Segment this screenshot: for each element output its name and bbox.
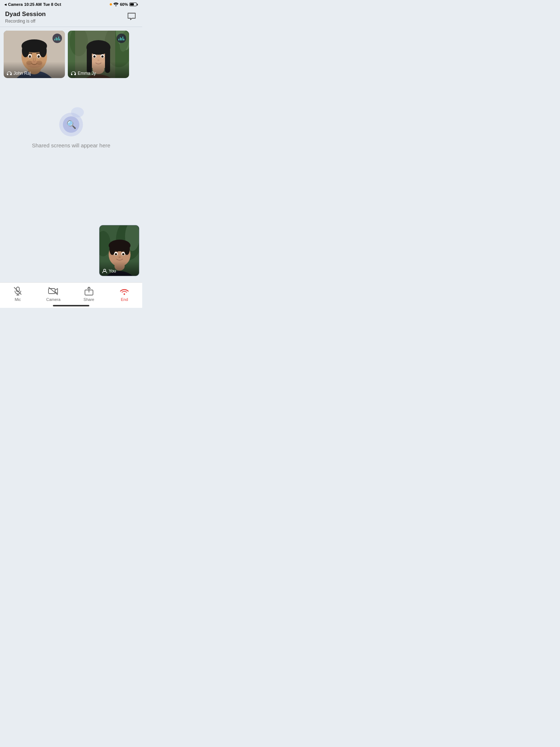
- svg-point-44: [115, 253, 117, 255]
- svg-point-47: [104, 269, 106, 271]
- mic-icon: [13, 286, 23, 296]
- status-left: ◂ Camera 10:25 AM Tue 8 Oct: [4, 2, 61, 7]
- john-audio-bars: [54, 36, 60, 40]
- screen-share-text: Shared screens will appear here: [32, 142, 110, 148]
- header: Dyad Session Recording is off: [0, 8, 142, 27]
- mic-button[interactable]: Mic: [5, 286, 31, 302]
- john-label: John Raj: [6, 71, 31, 76]
- status-date: Tue 8 Oct: [43, 2, 61, 7]
- participant-john[interactable]: John Raj: [4, 31, 65, 78]
- screen-share-placeholder: 🔍 Shared screens will appear here: [0, 78, 142, 148]
- chat-icon: [127, 12, 136, 20]
- svg-point-10: [29, 55, 31, 58]
- screen-icon-bg: 🔍: [59, 113, 83, 136]
- svg-point-6: [22, 44, 29, 57]
- svg-point-29: [93, 55, 96, 58]
- svg-rect-52: [48, 289, 55, 294]
- svg-point-31: [97, 59, 100, 61]
- john-name: John Raj: [13, 71, 31, 76]
- participant-emma[interactable]: Emma Jy: [68, 31, 129, 78]
- end-icon: [119, 286, 129, 296]
- status-right: 60%: [110, 2, 138, 7]
- self-name-label: You: [109, 268, 116, 274]
- main-content: John Raj: [0, 27, 142, 280]
- toolbar: Mic Camera Share: [0, 282, 142, 308]
- svg-point-0: [115, 5, 116, 7]
- header-info: Dyad Session Recording is off: [5, 10, 46, 24]
- share-icon: [84, 286, 94, 296]
- share-icon-svg: [84, 286, 94, 296]
- self-view[interactable]: You: [99, 225, 139, 276]
- svg-point-11: [38, 55, 40, 58]
- camera-icon-svg: [48, 287, 58, 295]
- headphone-icon-emma: [70, 71, 76, 76]
- end-label: End: [121, 297, 128, 302]
- back-arrow: ◂: [4, 2, 7, 7]
- svg-point-7: [39, 44, 47, 57]
- emma-name: Emma Jy: [78, 71, 96, 76]
- recording-status: Recording is off: [5, 19, 46, 24]
- session-title: Dyad Session: [5, 10, 46, 18]
- person-icon: [102, 268, 107, 274]
- self-label: You: [102, 268, 116, 274]
- screen-icon-inner: 🔍: [63, 116, 79, 133]
- svg-point-45: [122, 253, 124, 255]
- smiley-search-icon: 🔍: [66, 120, 76, 129]
- mic-label: Mic: [15, 297, 21, 302]
- end-icon-svg: [119, 287, 129, 295]
- svg-point-46: [118, 256, 121, 258]
- camera-button[interactable]: Camera: [40, 286, 66, 302]
- screen-share-icon: 🔍: [57, 107, 86, 136]
- status-time: 10:25 AM: [24, 2, 42, 7]
- svg-point-30: [101, 55, 104, 58]
- battery-icon: [129, 3, 138, 6]
- wifi-icon: [113, 3, 118, 6]
- chat-button[interactable]: [126, 11, 137, 22]
- recording-dot: [110, 3, 112, 5]
- svg-point-55: [124, 293, 125, 295]
- john-audio-indicator: [52, 34, 62, 43]
- emma-label: Emma Jy: [70, 71, 96, 76]
- share-label: Share: [83, 297, 94, 302]
- mic-icon-svg: [13, 286, 23, 296]
- headphone-icon-john: [6, 71, 12, 76]
- participants-row: John Raj: [0, 27, 142, 78]
- battery-percentage: 60%: [120, 2, 128, 7]
- status-bar: ◂ Camera 10:25 AM Tue 8 Oct 60%: [0, 0, 142, 8]
- share-button[interactable]: Share: [76, 286, 102, 302]
- camera-icon: [48, 286, 58, 296]
- emma-audio-indicator: [117, 34, 126, 43]
- camera-label: Camera: [46, 297, 61, 302]
- emma-audio-bars: [118, 36, 124, 40]
- svg-line-51: [14, 287, 21, 294]
- home-indicator: [53, 305, 89, 306]
- end-button[interactable]: End: [112, 286, 137, 302]
- carrier-name: Camera: [8, 2, 23, 7]
